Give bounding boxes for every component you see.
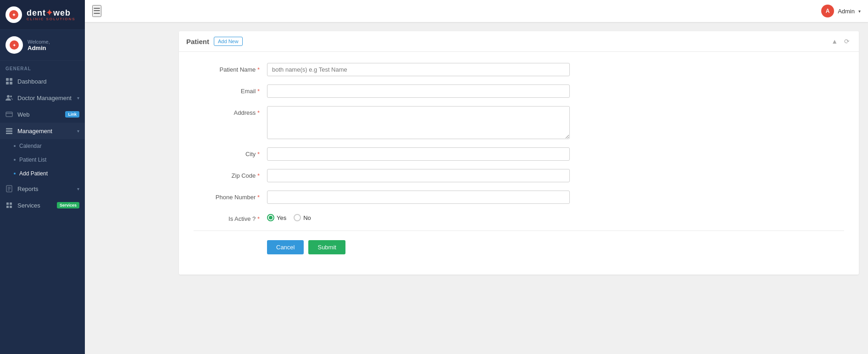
radio-yes-label: Yes xyxy=(277,214,286,221)
is-active-label: Is Active ? * xyxy=(194,212,267,222)
logo-tagline: CLINIC SOLUTIONS xyxy=(27,17,76,21)
svg-rect-6 xyxy=(6,82,9,84)
page-title: Patient xyxy=(186,38,209,45)
svg-rect-12 xyxy=(6,130,12,132)
sidebar-item-reports[interactable]: Reports ▾ xyxy=(0,180,85,197)
user-info: Welcome, Admin xyxy=(28,39,50,51)
svg-text:✦: ✦ xyxy=(12,43,16,48)
hamburger-button[interactable]: ☰ xyxy=(92,5,101,17)
city-input[interactable] xyxy=(267,147,570,161)
address-input[interactable] xyxy=(267,106,570,139)
add-new-button[interactable]: Add New xyxy=(214,37,243,46)
user-section: ✦ Welcome, Admin xyxy=(0,30,85,61)
svg-rect-10 xyxy=(6,112,12,117)
sidebar-item-management-label: Management xyxy=(17,128,72,135)
sidebar-item-web-label: Web xyxy=(17,111,61,118)
sidebar-item-doctor-label: Doctor Management xyxy=(17,95,72,101)
phone-number-input[interactable] xyxy=(267,191,570,204)
phone-number-label: Phone Number * xyxy=(194,191,267,201)
sidebar-item-web[interactable]: Web Link xyxy=(0,106,85,123)
logo-text-block: dent✦web CLINIC SOLUTIONS xyxy=(27,9,76,21)
radio-no-label: No xyxy=(303,214,311,221)
avatar: ✦ xyxy=(6,36,23,54)
logo-name2: web xyxy=(53,8,71,17)
card-header-actions: ▲ ⟳ xyxy=(829,37,851,46)
general-section-label: GENERAL xyxy=(0,61,85,73)
sidebar-item-calendar[interactable]: Calendar xyxy=(0,139,85,153)
svg-rect-4 xyxy=(6,78,9,81)
sidebar-item-add-patient-label: Add Patient xyxy=(19,170,48,177)
web-badge: Link xyxy=(65,111,79,118)
svg-point-9 xyxy=(10,96,12,97)
sidebar-item-patient-list-label: Patient List xyxy=(19,157,46,163)
sidebar-item-patient-list[interactable]: Patient List xyxy=(0,153,85,167)
address-label: Address * xyxy=(194,106,267,116)
sidebar-item-dashboard[interactable]: Dashboard xyxy=(0,73,85,90)
svg-rect-5 xyxy=(10,78,12,81)
sidebar-item-services-label: Services xyxy=(17,202,52,209)
phone-number-group: Phone Number * xyxy=(194,191,844,204)
admin-avatar: A xyxy=(821,5,834,17)
collapse-button[interactable]: ▲ xyxy=(829,37,840,46)
email-input[interactable] xyxy=(267,84,570,98)
svg-point-8 xyxy=(7,95,10,98)
chevron-down-icon: ▾ xyxy=(77,129,79,134)
submit-button[interactable]: Submit xyxy=(308,240,345,254)
form-actions: Cancel Submit xyxy=(194,240,844,264)
chevron-down-icon: ▾ xyxy=(77,96,79,101)
svg-rect-19 xyxy=(10,202,12,205)
sidebar-item-services[interactable]: Services Services xyxy=(0,197,85,214)
is-active-radio-group: Yes No xyxy=(267,212,311,221)
logo-circle: ✦ xyxy=(6,6,22,23)
is-active-group: Is Active ? * Yes No xyxy=(194,212,844,222)
form-divider xyxy=(194,230,844,231)
sidebar-item-calendar-label: Calendar xyxy=(19,143,42,149)
welcome-text: Welcome, xyxy=(28,39,50,45)
cancel-button[interactable]: Cancel xyxy=(267,240,304,254)
svg-rect-11 xyxy=(6,128,12,129)
page-card: Patient Add New ▲ ⟳ Patient Name * Email… xyxy=(179,31,859,275)
chevron-down-icon: ▾ xyxy=(77,186,79,191)
page-card-title: Patient Add New xyxy=(186,37,243,46)
svg-rect-13 xyxy=(6,133,12,134)
svg-rect-18 xyxy=(6,202,9,205)
radio-no[interactable]: No xyxy=(294,214,311,221)
sidebar-item-add-patient[interactable]: Add Patient xyxy=(0,167,85,180)
username: Admin xyxy=(28,45,50,51)
sidebar: ✦ dent✦web CLINIC SOLUTIONS ✦ Welcome, A… xyxy=(0,0,85,354)
topbar: ☰ A Admin ▾ xyxy=(85,0,868,22)
svg-rect-7 xyxy=(10,82,12,84)
sidebar-item-reports-label: Reports xyxy=(17,185,72,192)
sidebar-item-management[interactable]: Management ▾ xyxy=(0,123,85,139)
patient-name-label: Patient Name * xyxy=(194,63,267,73)
topbar-right: A Admin ▾ xyxy=(821,5,861,17)
services-badge: Services xyxy=(57,202,79,208)
svg-rect-20 xyxy=(6,206,9,208)
sidebar-item-doctor-management[interactable]: Doctor Management ▾ xyxy=(0,90,85,106)
radio-yes[interactable]: Yes xyxy=(267,214,286,221)
patient-name-input[interactable] xyxy=(267,63,570,76)
svg-rect-21 xyxy=(10,206,12,208)
admin-name: Admin xyxy=(838,8,855,15)
city-group: City * xyxy=(194,147,844,161)
zip-code-group: Zip Code * xyxy=(194,169,844,182)
zip-code-label: Zip Code * xyxy=(194,169,267,179)
radio-yes-circle xyxy=(267,214,274,221)
address-group: Address * xyxy=(194,106,844,139)
logo-name1: dent xyxy=(27,8,46,17)
sidebar-header: ✦ dent✦web CLINIC SOLUTIONS xyxy=(0,0,85,30)
svg-text:✦: ✦ xyxy=(12,12,16,17)
email-group: Email * xyxy=(194,84,844,98)
refresh-button[interactable]: ⟳ xyxy=(842,37,851,46)
city-label: City * xyxy=(194,147,267,157)
patient-name-group: Patient Name * xyxy=(194,63,844,76)
sidebar-item-dashboard-label: Dashboard xyxy=(17,78,79,85)
email-label: Email * xyxy=(194,84,267,95)
form-body: Patient Name * Email * Address * xyxy=(179,52,859,275)
zip-code-input[interactable] xyxy=(267,169,570,182)
radio-no-circle xyxy=(294,214,301,221)
admin-dropdown-icon[interactable]: ▾ xyxy=(858,9,861,14)
page-card-header: Patient Add New ▲ ⟳ xyxy=(179,31,859,52)
main-content: Patient Add New ▲ ⟳ Patient Name * Email… xyxy=(170,22,868,354)
